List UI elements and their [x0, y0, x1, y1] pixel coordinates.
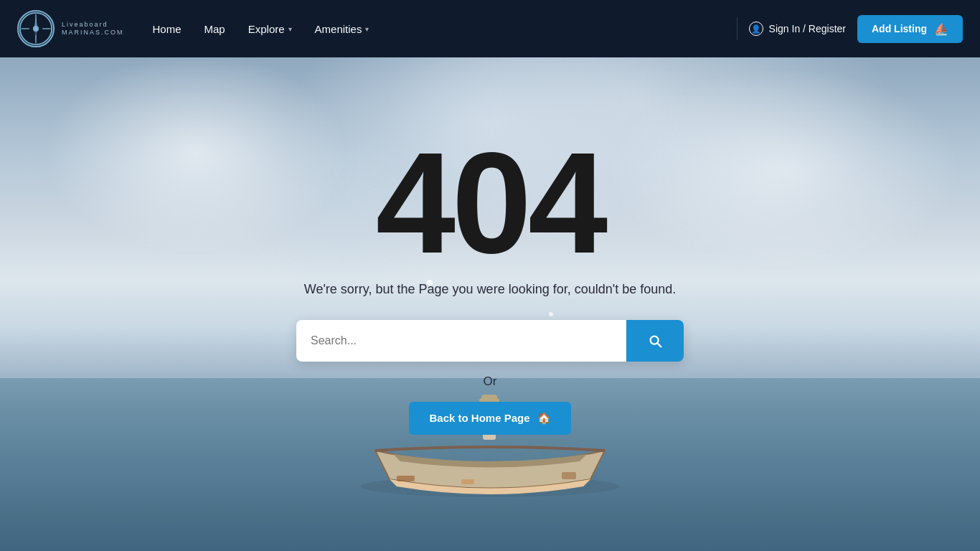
navbar: M Liveaboard MARINAS.COM Home Map Explor…: [0, 0, 980, 57]
navbar-divider: [737, 17, 738, 40]
sign-in-text: Sign In / Register: [769, 23, 846, 34]
nav-explore[interactable]: Explore ▾: [248, 23, 292, 35]
svg-marker-6: [34, 17, 37, 29]
back-to-home-button[interactable]: Back to Home Page 🏠: [409, 402, 570, 435]
nav-links: Home Map Explore ▾ Amenities ▾: [153, 23, 737, 35]
add-listing-label: Add Listing: [872, 23, 927, 34]
brand-name-text: Liveaboard: [62, 21, 124, 29]
search-button[interactable]: [626, 320, 684, 362]
explore-dropdown-icon: ▾: [288, 25, 292, 33]
amenities-dropdown-icon: ▾: [365, 25, 369, 33]
error-code: 404: [376, 131, 605, 275]
hero-content: 404 We're sorry, but the Page you were l…: [0, 131, 980, 435]
svg-point-1: [33, 26, 38, 31]
logo-icon: M: [17, 10, 55, 47]
add-listing-button[interactable]: Add Listing ⛵: [857, 15, 963, 43]
or-divider: Or: [484, 375, 497, 389]
svg-rect-11: [562, 472, 576, 479]
brand-sub-text: MARINAS.COM: [62, 29, 124, 37]
hero-section: 404 We're sorry, but the Page you were l…: [0, 57, 980, 551]
home-icon: 🏠: [537, 412, 551, 425]
user-icon: 👤: [749, 22, 763, 36]
nav-map[interactable]: Map: [204, 23, 225, 35]
search-input[interactable]: [296, 320, 626, 362]
svg-rect-10: [397, 476, 415, 481]
brand-logo[interactable]: M Liveaboard MARINAS.COM: [17, 10, 124, 47]
svg-rect-12: [461, 479, 474, 484]
navbar-right: 👤 Sign In / Register Add Listing ⛵: [737, 15, 963, 43]
svg-marker-7: [34, 29, 37, 41]
search-container: [296, 320, 684, 362]
sign-in-link[interactable]: 👤 Sign In / Register: [749, 22, 846, 36]
compass-svg: M: [19, 11, 53, 46]
nav-amenities[interactable]: Amenities ▾: [315, 23, 369, 35]
error-message: We're sorry, but the Page you were looki…: [304, 282, 677, 297]
brand-name: Liveaboard MARINAS.COM: [62, 21, 124, 37]
nav-home[interactable]: Home: [153, 23, 182, 35]
back-to-home-label: Back to Home Page: [429, 412, 529, 424]
svg-text:M: M: [34, 26, 38, 32]
boat-icon: ⛵: [934, 22, 948, 36]
search-icon: [647, 333, 663, 349]
